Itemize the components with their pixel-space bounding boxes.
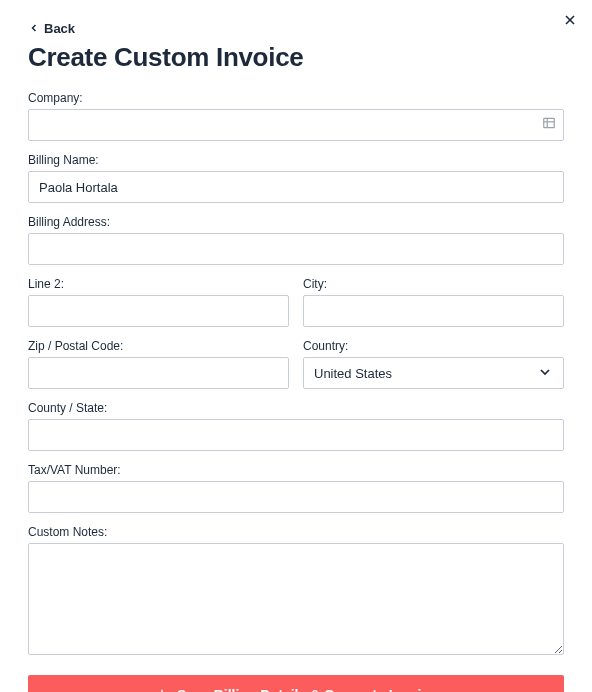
city-input[interactable] <box>303 295 564 327</box>
line2-label: Line 2: <box>28 277 289 291</box>
zip-input[interactable] <box>28 357 289 389</box>
line2-input[interactable] <box>28 295 289 327</box>
company-label: Company: <box>28 91 564 105</box>
custom-notes-label: Custom Notes: <box>28 525 564 539</box>
close-icon <box>562 12 578 28</box>
chevron-down-icon <box>537 364 553 383</box>
country-select[interactable]: United States <box>303 357 564 389</box>
custom-notes-input[interactable] <box>28 543 564 655</box>
close-button[interactable] <box>562 12 578 28</box>
download-icon <box>155 688 169 692</box>
billing-name-input[interactable] <box>28 171 564 203</box>
city-label: City: <box>303 277 564 291</box>
billing-address-input[interactable] <box>28 233 564 265</box>
country-label: Country: <box>303 339 564 353</box>
save-generate-button[interactable]: Save Billing Details & Generate Invoice <box>28 675 564 692</box>
billing-address-label: Billing Address: <box>28 215 564 229</box>
back-label: Back <box>44 21 75 36</box>
tax-vat-label: Tax/VAT Number: <box>28 463 564 477</box>
country-value: United States <box>314 366 392 381</box>
save-generate-label: Save Billing Details & Generate Invoice <box>177 687 437 692</box>
county-state-label: County / State: <box>28 401 564 415</box>
chevron-left-icon <box>28 22 40 34</box>
page-title: Create Custom Invoice <box>28 42 564 73</box>
billing-name-label: Billing Name: <box>28 153 564 167</box>
company-input[interactable] <box>28 109 564 141</box>
tax-vat-input[interactable] <box>28 481 564 513</box>
zip-label: Zip / Postal Code: <box>28 339 289 353</box>
back-button[interactable]: Back <box>28 21 75 36</box>
county-state-input[interactable] <box>28 419 564 451</box>
